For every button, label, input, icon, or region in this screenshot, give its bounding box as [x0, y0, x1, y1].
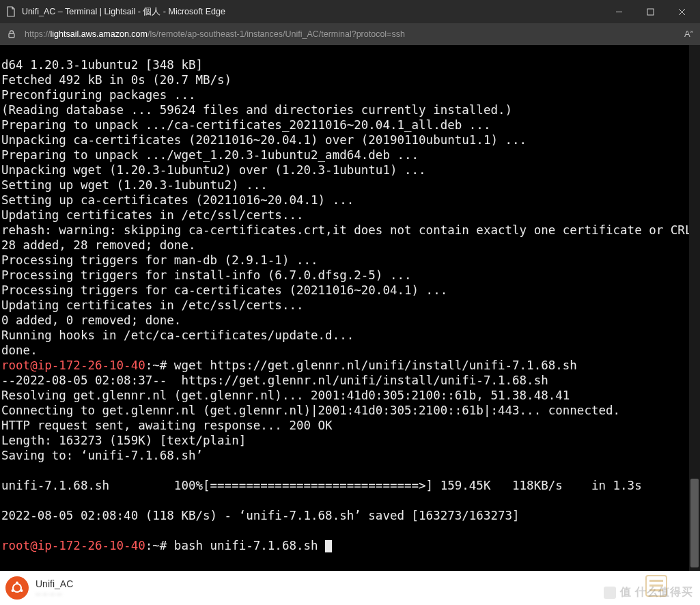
svg-point-5 [13, 584, 21, 592]
svg-rect-4 [9, 33, 14, 38]
close-button[interactable] [666, 0, 697, 23]
scrollbar[interactable] [689, 45, 700, 571]
prompt-cmd-2: :~# bash unifi-7.1.68.sh [145, 539, 325, 552]
page-icon [5, 6, 16, 17]
url-scheme: https:// [25, 29, 51, 39]
url-text: https://lightsail.aws.amazon.com/ls/remo… [25, 29, 677, 39]
scrollbar-thumb[interactable] [690, 479, 699, 567]
minimize-button[interactable] [603, 0, 634, 23]
url-path: /ls/remote/ap-southeast-1/instances/Unif… [148, 29, 405, 39]
footer-bar: Unifi_AC -- -- -- -- 值 什么值得买 [0, 571, 700, 605]
prompt-cmd-1: :~# wget https://get.glennr.nl/unifi/ins… [145, 358, 577, 372]
window-title: Unifi_AC – Terminal | Lightsail - 個人 - M… [22, 6, 603, 18]
instance-name: Unifi_AC [36, 578, 73, 589]
window-titlebar: Unifi_AC – Terminal | Lightsail - 個人 - M… [0, 0, 700, 23]
term-block-1: d64 1.20.3-1ubuntu2 [348 kB] Fetched 492… [1, 58, 692, 357]
address-bar[interactable]: https://lightsail.aws.amazon.com/ls/remo… [0, 23, 700, 45]
terminal-output[interactable]: d64 1.20.3-1ubuntu2 [348 kB] Fetched 492… [0, 57, 700, 553]
window-controls [603, 0, 697, 23]
terminal-cursor [325, 540, 332, 552]
svg-point-6 [16, 582, 18, 585]
svg-point-7 [12, 589, 14, 592]
prompt-user-1: root@ip-172-26-10-40 [1, 358, 145, 372]
reader-mode-icon[interactable]: A» [684, 29, 693, 39]
svg-point-8 [20, 589, 23, 592]
term-block-2: --2022-08-05 02:08:37-- https://get.glen… [1, 374, 642, 522]
url-host: lightsail.aws.amazon.com [51, 29, 148, 39]
watermark-icon [604, 587, 616, 599]
ubuntu-icon[interactable] [5, 576, 29, 600]
prompt-user-2: root@ip-172-26-10-40 [1, 539, 145, 552]
watermark-text: 值 什么值得买 [620, 585, 693, 600]
svg-rect-1 [647, 9, 654, 15]
terminal-viewport[interactable]: d64 1.20.3-1ubuntu2 [348 kB] Fetched 492… [0, 45, 700, 571]
lock-icon [7, 29, 16, 39]
maximize-button[interactable] [634, 0, 666, 23]
instance-subtitle: -- -- -- -- [36, 589, 73, 597]
watermark: 值 什么值得买 [604, 585, 693, 600]
instance-info: Unifi_AC -- -- -- -- [36, 578, 73, 597]
